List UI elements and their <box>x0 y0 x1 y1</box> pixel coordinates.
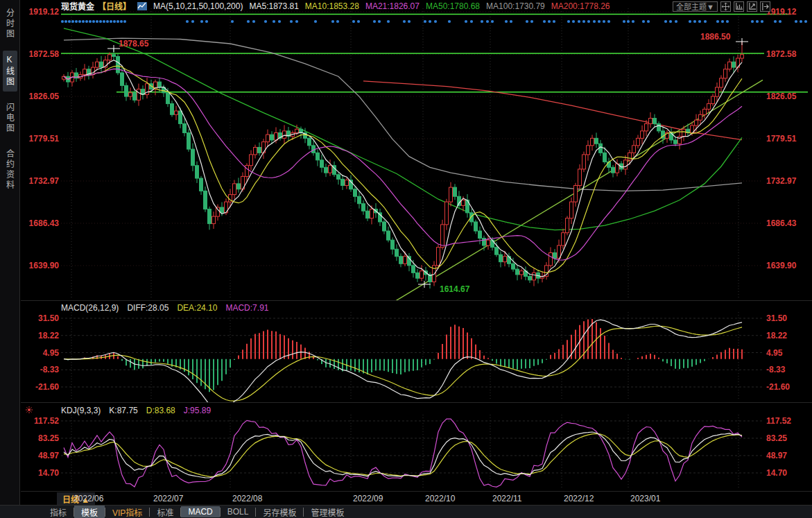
svg-text:83.25: 83.25 <box>38 433 59 443</box>
svg-text:-21.60: -21.60 <box>766 382 790 392</box>
svg-text:1686.43: 1686.43 <box>29 218 60 228</box>
price-annotations: 1878.651886.501614.67 <box>107 32 748 294</box>
kdj-title: KDJ(9,3,3) <box>61 406 101 415</box>
svg-text:1886.50: 1886.50 <box>700 32 731 42</box>
x-axis-row: 日线 ▲ 2022/06 2022/07 2022/08 2022/09 202… <box>21 491 812 504</box>
macd-dea-value: DEA:24.10 <box>177 303 217 313</box>
kdj-k-value: K:87.75 <box>109 406 137 415</box>
svg-text:48.97: 48.97 <box>38 451 59 460</box>
kdj-legend: KDJ(9,3,3) K:87.75 D:83.68 J:95.89 <box>61 406 211 415</box>
chart-toolbar: 全部主题▼ <box>673 1 770 12</box>
svg-text:31.50: 31.50 <box>766 313 787 323</box>
theme-dropdown[interactable]: 全部主题▼ <box>673 1 718 12</box>
axis-scale-icon[interactable] <box>747 1 757 12</box>
sidebar-item-lightning-chart[interactable]: 闪电图 <box>3 98 17 138</box>
tab-standard[interactable]: 标准 <box>150 506 180 518</box>
tab-templates[interactable]: 模板 <box>74 506 105 518</box>
sidebar-item-kline-chart[interactable]: K线图 <box>3 51 17 92</box>
svg-text:1872.58: 1872.58 <box>29 49 60 59</box>
macd-panel <box>64 319 742 408</box>
sidebar-item-timeshare-chart[interactable]: 分时图 <box>3 4 17 44</box>
ma-params-label: MA(5,10,21,50,100,200) <box>153 1 243 11</box>
macd-diff-value: DIFF:28.05 <box>127 303 169 313</box>
ma5-value: MA5:1873.81 <box>249 1 298 11</box>
ma10-line <box>64 66 742 273</box>
ma50-value: MA50:1780.68 <box>426 1 480 11</box>
x-axis-label: 2023/01 <box>630 494 660 503</box>
sidebar: 分时图 K线图 闪电图 合约资料 <box>0 0 20 505</box>
svg-text:1779.51: 1779.51 <box>29 134 60 144</box>
x-axis-label: 2022/10 <box>425 494 455 503</box>
ma200-value: MA200:1778.26 <box>551 1 610 11</box>
gridlines <box>61 8 763 489</box>
kdj-panel <box>64 419 742 487</box>
event-dots <box>61 20 807 23</box>
svg-text:1826.05: 1826.05 <box>29 92 60 101</box>
svg-text:117.52: 117.52 <box>766 416 791 426</box>
svg-text:117.52: 117.52 <box>34 416 59 426</box>
x-axis-label: 2022/12 <box>564 494 594 503</box>
svg-text:14.70: 14.70 <box>38 468 59 478</box>
svg-text:4.95: 4.95 <box>43 348 60 358</box>
svg-text:1878.65: 1878.65 <box>119 39 149 49</box>
svg-text:1639.90: 1639.90 <box>29 261 60 270</box>
tab-boll[interactable]: BOLL <box>221 506 256 517</box>
ma100-value: MA100:1730.79 <box>486 1 545 11</box>
x-axis-label: 2022/08 <box>232 494 262 503</box>
x-axis-label: 2022/09 <box>353 494 383 503</box>
svg-text:1639.90: 1639.90 <box>766 261 797 270</box>
x-axis-label: 2022/11 <box>492 494 522 503</box>
kdj-j-value: J:95.89 <box>184 406 211 415</box>
pane-right-icon[interactable] <box>760 1 770 12</box>
sidebar-item-contract-info[interactable]: 合约资料 <box>3 145 17 195</box>
x-axis-label: 2022/06 <box>74 494 103 503</box>
svg-text:83.25: 83.25 <box>766 433 787 443</box>
chart-header-legend: 现货黄金 【日线】 MA(5,10,21,50,100,200) MA5:187… <box>61 1 610 11</box>
svg-text:1826.05: 1826.05 <box>766 92 797 101</box>
period-tag: 【日线】 <box>98 0 131 12</box>
svg-text:1732.97: 1732.97 <box>766 176 797 186</box>
svg-text:1686.43: 1686.43 <box>766 218 797 228</box>
tab-manage-template[interactable]: 管理模板 <box>304 506 351 518</box>
kdj-d-value: D:83.68 <box>146 406 175 415</box>
svg-text:1732.97: 1732.97 <box>29 176 60 186</box>
svg-text:4.95: 4.95 <box>766 348 783 358</box>
ma21-value: MA21:1826.07 <box>365 1 420 11</box>
axis-fit-icon[interactable] <box>734 1 744 12</box>
candlestick-chart-icon[interactable] <box>137 2 147 10</box>
price-panel <box>61 14 808 302</box>
svg-text:48.97: 48.97 <box>766 451 787 460</box>
svg-text:1919.12: 1919.12 <box>29 7 60 17</box>
svg-text:14.70: 14.70 <box>766 468 787 478</box>
tab-indicators[interactable]: 指标 <box>43 506 74 518</box>
svg-text:1779.51: 1779.51 <box>766 134 797 144</box>
symbol-name: 现货黄金 <box>61 0 94 12</box>
trading-app-window: 1878.651886.501614.671919.121919.121872.… <box>0 0 812 518</box>
pan-icon[interactable] <box>720 1 731 12</box>
svg-text:18.22: 18.22 <box>38 331 59 340</box>
svg-text:-8.33: -8.33 <box>766 365 786 374</box>
svg-text:31.50: 31.50 <box>38 313 59 323</box>
panel-separator <box>21 300 812 301</box>
tab-save-template[interactable]: 另存模板 <box>256 506 303 518</box>
macd-legend: MACD(26,12,9) DIFF:28.05 DEA:24.10 MACD:… <box>61 303 268 313</box>
x-axis-label: 2022/07 <box>153 494 183 503</box>
ma10-value: MA10:1853.28 <box>305 1 359 11</box>
svg-text:1919.12: 1919.12 <box>766 7 797 17</box>
tab-macd[interactable]: MACD <box>181 506 219 517</box>
macd-title: MACD(26,12,9) <box>61 303 119 313</box>
kdj-settings-icon[interactable] <box>26 406 33 413</box>
svg-text:-21.60: -21.60 <box>35 382 59 392</box>
macd-value: MACD:7.91 <box>225 303 268 313</box>
svg-text:-8.33: -8.33 <box>40 365 60 374</box>
chart-canvas[interactable]: 1878.651886.501614.671919.121919.121872.… <box>0 0 812 518</box>
tab-vip-indicators[interactable]: VIP指标 <box>105 506 149 518</box>
svg-text:1872.58: 1872.58 <box>766 49 797 59</box>
bottom-toolbar: 指标 模板 VIP指标 标准 MACD BOLL 另存模板 管理模板 <box>0 505 812 518</box>
svg-text:18.22: 18.22 <box>766 331 787 340</box>
svg-text:1614.67: 1614.67 <box>440 284 470 294</box>
ma21-line <box>64 69 742 260</box>
panel-separator <box>21 402 812 403</box>
